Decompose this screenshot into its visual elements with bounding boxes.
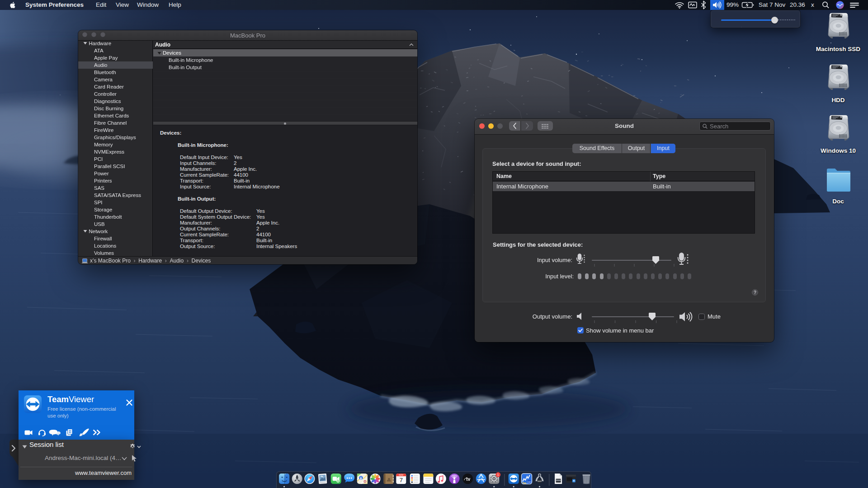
svg-text:1: 1 — [497, 473, 499, 476]
svg-text:tv: tv — [466, 477, 470, 482]
svg-text:intel: intel — [527, 481, 531, 483]
svg-text:NOV: NOV — [399, 474, 404, 476]
svg-text:7: 7 — [400, 477, 403, 483]
